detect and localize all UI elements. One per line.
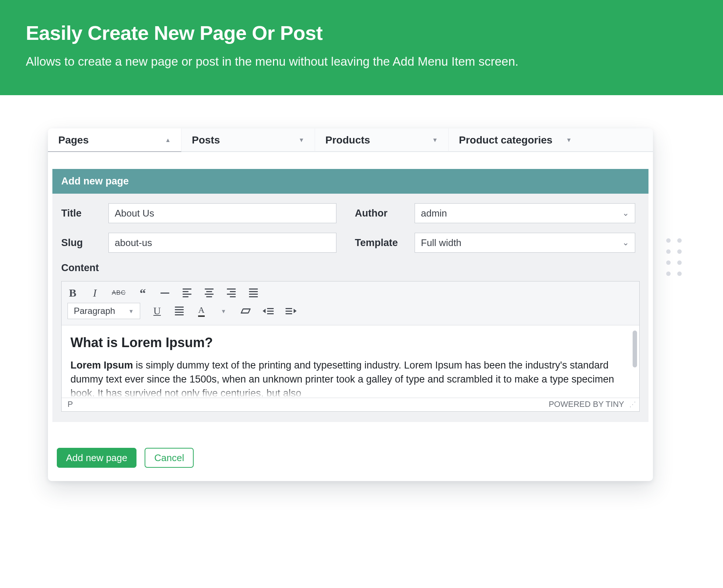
hero-subtitle: Allows to create a new page or post in t…: [26, 55, 697, 69]
align-right-icon: [227, 288, 236, 297]
type-tabs: Pages ▲ Posts ▼ Products ▼ Product categ…: [48, 128, 653, 152]
quote-icon: “: [139, 290, 146, 296]
tab-label: Pages: [58, 134, 89, 146]
align-right-button[interactable]: [226, 287, 236, 299]
hero-title: Easily Create New Page Or Post: [26, 21, 697, 44]
align-center-button[interactable]: [204, 287, 214, 299]
italic-button[interactable]: I: [90, 287, 100, 299]
powered-by-label[interactable]: POWERED BY TINY: [549, 400, 624, 409]
author-value: admin: [421, 208, 447, 219]
chevron-down-icon: ⌄: [622, 238, 629, 248]
content-heading: What is Lorem Ipsum?: [70, 333, 630, 352]
outdent-icon: [263, 308, 274, 314]
decorative-dots: [666, 238, 682, 276]
content-label: Content: [61, 262, 640, 274]
indent-button[interactable]: [286, 305, 297, 317]
slug-input[interactable]: [108, 233, 336, 253]
editor-status-bar: P POWERED BY TINY ⋰: [62, 398, 639, 411]
rich-text-editor: B I ABC “ Paragraph ▼: [61, 281, 640, 412]
editor-content-area[interactable]: What is Lorem Ipsum? Lorem Ipsum is simp…: [62, 325, 639, 398]
tab-label: Posts: [192, 134, 220, 146]
content-strong-lead: Lorem Ipsum: [70, 360, 133, 371]
scrollbar-thumb[interactable]: [633, 331, 637, 367]
template-select[interactable]: Full width ⌄: [415, 233, 635, 253]
tab-pages[interactable]: Pages ▲: [48, 128, 181, 152]
strikethrough-icon: ABC: [112, 289, 126, 297]
outdent-button[interactable]: [263, 305, 274, 317]
element-path[interactable]: P: [68, 400, 73, 409]
align-justify-button-2[interactable]: [174, 305, 184, 317]
bold-button[interactable]: B: [68, 287, 78, 299]
caret-down-icon: ▼: [128, 308, 134, 314]
tab-label: Product categories: [459, 134, 553, 146]
eraser-icon: [241, 308, 251, 314]
stage: Pages ▲ Posts ▼ Products ▼ Product categ…: [0, 95, 723, 511]
template-value: Full width: [421, 237, 461, 249]
text-color-icon: A: [198, 305, 204, 317]
indent-icon: [286, 308, 297, 314]
align-justify-icon: [175, 307, 184, 315]
add-new-page-button[interactable]: Add new page: [57, 448, 136, 468]
horizontal-rule-button[interactable]: [160, 287, 170, 299]
align-justify-icon: [249, 288, 258, 297]
align-left-icon: [183, 288, 191, 297]
block-format-value: Paragraph: [74, 306, 115, 316]
section-header: Add new page: [52, 169, 648, 194]
editor-card: Pages ▲ Posts ▼ Products ▼ Product categ…: [48, 128, 653, 481]
tab-label: Products: [325, 134, 370, 146]
chevron-down-icon: ⌄: [622, 208, 629, 218]
slug-label: Slug: [61, 237, 100, 249]
title-input[interactable]: [108, 203, 336, 223]
underline-button[interactable]: U: [152, 305, 162, 317]
tab-products[interactable]: Products ▼: [315, 128, 449, 152]
template-label: Template: [355, 237, 406, 249]
clear-formatting-button[interactable]: [241, 305, 251, 317]
fade-overlay: [62, 387, 639, 398]
blockquote-button[interactable]: “: [138, 287, 148, 299]
text-color-dropdown[interactable]: ▼: [218, 305, 229, 317]
align-justify-button[interactable]: [248, 287, 259, 299]
strikethrough-button[interactable]: ABC: [112, 287, 126, 299]
hero-banner: Easily Create New Page Or Post Allows to…: [0, 0, 723, 95]
tab-posts[interactable]: Posts ▼: [181, 128, 315, 152]
cancel-button[interactable]: Cancel: [145, 448, 194, 468]
tab-product-categories[interactable]: Product categories ▼: [449, 128, 582, 152]
editor-toolbar: B I ABC “ Paragraph ▼: [62, 281, 639, 325]
caret-up-icon: ▲: [165, 137, 171, 143]
caret-down-icon: ▼: [432, 137, 438, 143]
align-left-button[interactable]: [182, 287, 192, 299]
author-label: Author: [355, 208, 406, 219]
form-area: Title Author admin ⌄ Slug Template Full …: [52, 194, 648, 422]
block-format-select[interactable]: Paragraph ▼: [68, 303, 140, 319]
resize-handle-icon[interactable]: ⋰: [629, 400, 635, 408]
title-label: Title: [61, 208, 100, 219]
caret-down-icon: ▼: [566, 137, 572, 143]
author-select[interactable]: admin ⌄: [415, 203, 635, 223]
action-bar: Add new page Cancel: [48, 422, 653, 481]
align-center-icon: [205, 288, 214, 297]
hr-icon: [160, 293, 169, 294]
caret-down-icon: ▼: [298, 137, 304, 143]
text-color-button[interactable]: A: [196, 305, 207, 317]
